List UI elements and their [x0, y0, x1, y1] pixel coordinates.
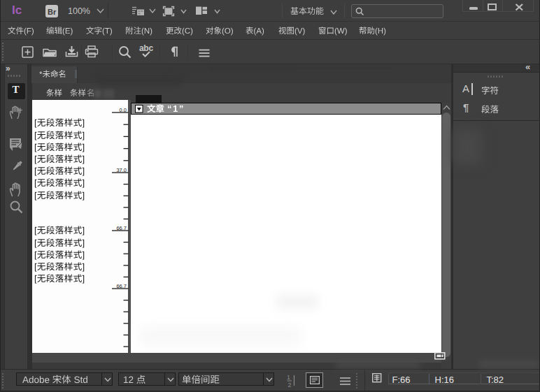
svg-text:2: 2: [288, 382, 292, 388]
svg-text:0.0: 0.0: [120, 107, 127, 113]
svg-text:1: 1: [287, 374, 290, 381]
svg-text:37.0: 37.0: [116, 167, 127, 173]
svg-text:66.7: 66.7: [116, 225, 127, 231]
svg-text:66.7: 66.7: [116, 283, 127, 289]
